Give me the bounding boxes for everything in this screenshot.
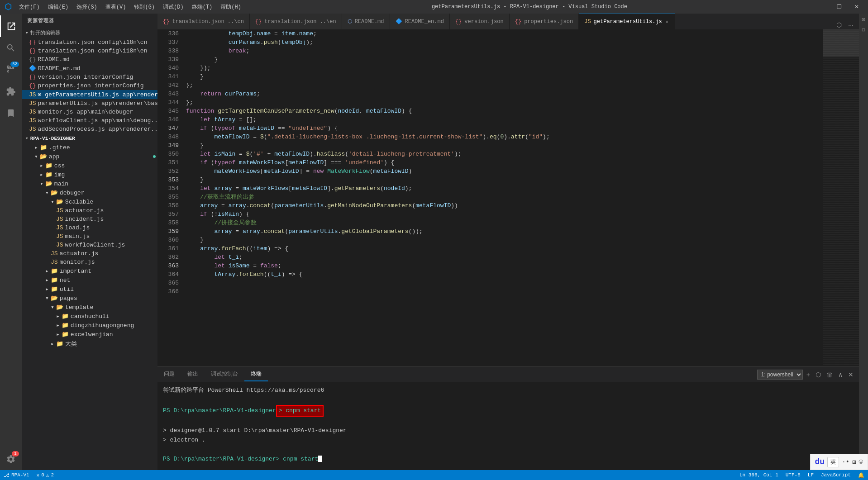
menu-file[interactable]: 文件(F) bbox=[15, 2, 43, 12]
menu-goto[interactable]: 转到(G) bbox=[130, 2, 158, 12]
terminal-content[interactable]: 尝试新的跨平台 PowerShell https://aka.ms/pscore… bbox=[157, 382, 859, 470]
sidebar-title: 资源管理器 bbox=[22, 14, 157, 28]
file-actuator-2[interactable]: JS actuator.js bbox=[22, 249, 157, 258]
activity-explorer[interactable] bbox=[0, 15, 22, 37]
minimap-viewport[interactable] bbox=[823, 29, 859, 57]
open-file-properties[interactable]: {} properties.json interiorConfig bbox=[22, 81, 157, 90]
folder-main[interactable]: ▾ 📂 main bbox=[22, 179, 157, 188]
open-editors-section[interactable]: ▾ 打开的编辑器 bbox=[22, 28, 157, 38]
close-button[interactable]: ✕ bbox=[850, 3, 863, 11]
json-tab-icon: {} bbox=[163, 19, 169, 25]
panel-tab-problems[interactable]: 问题 bbox=[157, 367, 181, 381]
open-file-readme[interactable]: {} README.md bbox=[22, 55, 157, 64]
baidu-lang-btn[interactable]: 英 bbox=[827, 457, 839, 467]
folder-important[interactable]: ▸ 📁 important bbox=[22, 266, 157, 276]
tab-readme[interactable]: ⬡ README.md bbox=[342, 14, 390, 29]
file-monitor[interactable]: JS monitor.js bbox=[22, 258, 157, 266]
baidu-grid-btn[interactable]: ⊞ bbox=[852, 458, 856, 466]
tab-bar: {} translation.json ..\cn {} translation… bbox=[157, 14, 859, 29]
tab-translation-en[interactable]: {} translation.json ..\en bbox=[250, 14, 342, 29]
split-terminal-button[interactable]: ⬡ bbox=[814, 370, 823, 379]
menu-debug[interactable]: 调试(D) bbox=[159, 2, 187, 12]
code-content[interactable]: tempObj.name = item.name; curParams.push… bbox=[182, 29, 823, 366]
json-icon: {} bbox=[29, 74, 36, 81]
delete-terminal-button[interactable]: 🗑 bbox=[825, 370, 835, 379]
right-icon-2: ⊟ bbox=[861, 26, 866, 34]
folder-dalei[interactable]: ▸ 📁 大类 bbox=[22, 339, 157, 349]
menu-terminal[interactable]: 终端(T) bbox=[188, 2, 216, 12]
open-file-add-second[interactable]: JS addSecondProcess.js app\renderer... bbox=[22, 125, 157, 133]
open-file-get-params[interactable]: JS ⊗ getParametersUtils.js app\renderer.… bbox=[22, 90, 157, 99]
more-actions-button[interactable]: ··· bbox=[846, 20, 855, 29]
tab-version[interactable]: {} version.json bbox=[450, 14, 510, 29]
tab-properties[interactable]: {} properties.json bbox=[510, 14, 579, 29]
folder-debuger[interactable]: ▾ 📂 debuger bbox=[22, 188, 157, 197]
maximize-button[interactable]: ❐ bbox=[832, 3, 846, 11]
split-editor-button[interactable]: ⬡ bbox=[835, 20, 844, 29]
activity-bookmarks[interactable] bbox=[0, 102, 22, 124]
menu-select[interactable]: 选择(S) bbox=[73, 2, 101, 12]
tab-translation-cn[interactable]: {} translation.json ..\cn bbox=[157, 14, 250, 29]
terminal-cursor bbox=[318, 456, 322, 462]
menu-view[interactable]: 查看(V) bbox=[102, 2, 130, 12]
tab-close-button[interactable]: ✕ bbox=[665, 19, 669, 25]
activity-source-control[interactable]: 52 bbox=[0, 59, 22, 81]
file-main[interactable]: JS main.js bbox=[22, 232, 157, 241]
folder-canshuchuli[interactable]: ▸ 📁 canshuchuli bbox=[22, 312, 157, 321]
terminal-line-7 bbox=[163, 445, 854, 455]
file-incident[interactable]: JS incident.js bbox=[22, 215, 157, 223]
menu-help[interactable]: 帮助(H) bbox=[217, 2, 245, 12]
chevron-down-icon: ▾ bbox=[25, 135, 29, 141]
baidu-emoji-btn[interactable]: ☺ bbox=[858, 458, 863, 466]
baidu-bullet-btn[interactable]: ·• bbox=[842, 458, 849, 466]
activity-settings[interactable]: 1 bbox=[0, 448, 22, 470]
file-load[interactable]: JS load.js bbox=[22, 223, 157, 232]
open-file-readme-en[interactable]: 🔷 README_en.md bbox=[22, 64, 157, 73]
close-panel-button[interactable]: ✕ bbox=[846, 370, 855, 379]
open-file-param-utils[interactable]: JS parameterUtils.js app\renderer\bas... bbox=[22, 99, 157, 108]
folder-util[interactable]: ▸ 📁 util bbox=[22, 285, 157, 294]
statusbar-eol[interactable]: LF bbox=[804, 470, 817, 480]
folder-icon: 📁 bbox=[51, 267, 58, 275]
folder-app[interactable]: ▾ 📂 app bbox=[22, 152, 157, 161]
open-file-version[interactable]: {} version.json interiorConfig bbox=[22, 73, 157, 81]
activity-extensions[interactable] bbox=[0, 81, 22, 102]
folder-icon: 📁 bbox=[40, 144, 47, 151]
minimize-button[interactable]: — bbox=[814, 3, 829, 11]
js-icon: JS bbox=[56, 224, 63, 231]
folder-scalable[interactable]: ▾ 📂 Scalable bbox=[22, 197, 157, 206]
open-file-workflow[interactable]: JS workflowClient.js app\main\debug... bbox=[22, 116, 157, 125]
code-line-359: if (!isMain) { bbox=[186, 210, 819, 219]
project-section[interactable]: ▾ RPA-V1-DESIGNER bbox=[22, 133, 157, 143]
folder-net[interactable]: ▸ 📁 net bbox=[22, 276, 157, 285]
tab-get-params[interactable]: JS getParametersUtils.js ✕ bbox=[579, 14, 675, 29]
add-terminal-button[interactable]: + bbox=[805, 370, 812, 379]
open-file-translation-cn[interactable]: {} translation.json config\i18n\cn bbox=[22, 38, 157, 47]
statusbar-encoding[interactable]: UTF-8 bbox=[782, 470, 804, 480]
panel-tab-debug-console[interactable]: 调试控制台 bbox=[205, 367, 244, 381]
file-actuator-1[interactable]: JS actuator.js bbox=[22, 206, 157, 215]
panel-tab-output[interactable]: 输出 bbox=[181, 367, 205, 381]
panel-tab-terminal[interactable]: 终端 bbox=[244, 367, 268, 381]
folder-pages[interactable]: ▾ 📂 pages bbox=[22, 294, 157, 303]
folder-excel[interactable]: ▸ 📁 excelwenjian bbox=[22, 330, 157, 339]
titlebar: ⬡ 文件(F) 编辑(E) 选择(S) 查看(V) 转到(G) 调试(D) 终端… bbox=[0, 0, 868, 14]
folder-gitee[interactable]: ▸ 📁 .gitee bbox=[22, 143, 157, 152]
maximize-panel-button[interactable]: ∧ bbox=[836, 370, 844, 379]
folder-img[interactable]: ▸ 📁 img bbox=[22, 170, 157, 179]
tab-readme-en[interactable]: 🔷 README_en.md bbox=[390, 14, 450, 29]
statusbar-position[interactable]: Ln 366, Col 1 bbox=[736, 470, 782, 480]
menu-edit[interactable]: 编辑(E) bbox=[44, 2, 72, 12]
folder-css[interactable]: ▸ 📁 css bbox=[22, 161, 157, 170]
folder-template[interactable]: ▾ 📂 template bbox=[22, 303, 157, 312]
statusbar-language[interactable]: JavaScript bbox=[817, 470, 854, 480]
file-workflowclient[interactable]: JS workflowClient.js bbox=[22, 241, 157, 249]
shell-selector[interactable]: 1: powershell bbox=[757, 370, 803, 380]
activity-search[interactable] bbox=[0, 37, 22, 59]
statusbar-errors[interactable]: ✕ 0 ⚠ 2 bbox=[33, 470, 57, 480]
statusbar-branch[interactable]: ⎇ RPA-V1 bbox=[0, 470, 33, 480]
statusbar-notifications[interactable]: 🔔 bbox=[854, 470, 868, 480]
open-file-translation-en[interactable]: {} translation.json config\i18n\en bbox=[22, 47, 157, 55]
folder-dingzhi[interactable]: ▸ 📁 dingzhihuagongneng bbox=[22, 321, 157, 330]
open-file-monitor[interactable]: JS monitor.js app\main\debuger bbox=[22, 108, 157, 116]
